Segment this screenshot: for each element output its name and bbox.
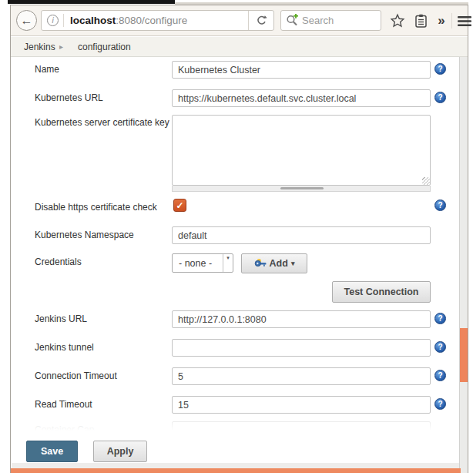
config-form: Name ? Kubernetes URL ? Kubernetes serve… [11,57,468,473]
checkmark-icon: ✓ [176,200,183,211]
resize-grip-icon [280,187,324,189]
back-icon: ← [21,14,33,27]
disable-https-checkbox[interactable]: ✓ [173,199,186,212]
credentials-selected-value: - none - [179,258,212,269]
scrollbar-thumb[interactable] [460,328,468,382]
help-icon[interactable]: ? [434,341,446,353]
help-icon[interactable]: ? [434,370,446,381]
search-input[interactable] [302,15,367,26]
save-button[interactable]: Save [26,441,78,462]
bottom-orange-bar [11,468,461,473]
help-icon[interactable]: ? [434,199,446,211]
back-button[interactable]: ← [16,10,37,31]
credentials-select[interactable]: - none - ▾ [172,253,233,273]
breadcrumb-configuration[interactable]: configuration [78,42,131,52]
site-info-icon[interactable]: i [47,15,59,26]
bookmarks-menu-button[interactable] [411,5,431,36]
jenkins-tunnel-input[interactable] [172,339,431,357]
kubernetes-url-input[interactable] [172,89,431,107]
help-icon[interactable]: ? [434,313,446,324]
caret-down-icon: ▾ [291,260,295,267]
help-icon[interactable]: ? [434,398,446,410]
label-kubernetes-namespace: Kubernetes Namespace [35,230,173,240]
jenkins-url-input[interactable] [172,310,431,328]
textarea-resize-bar[interactable] [172,186,431,192]
label-certificate-key: Kubernetes server certificate key [35,117,173,128]
label-jenkins-tunnel: Jenkins tunnel [35,342,173,353]
bottom-fade [12,413,460,445]
url-path: :8080/configure [116,15,187,26]
star-icon [390,13,405,28]
toolbar-divider [451,13,452,28]
help-icon[interactable]: ? [434,63,446,75]
label-credentials: Credentials [35,256,173,267]
add-button-label: Add [270,258,288,269]
namespace-input[interactable] [172,226,431,244]
overflow-button[interactable]: » [433,5,450,36]
label-disable-https-check: Disable https certificate check [35,202,173,213]
url-host: localhost [70,15,116,26]
read-timeout-input[interactable] [172,396,431,414]
test-connection-button[interactable]: Test Connection [332,281,431,303]
reload-icon [256,15,267,26]
divider [63,14,64,27]
select-arrow-icon: ▾ [223,254,233,272]
label-connection-timeout: Connection Timeout [35,370,173,381]
browser-toolbar: ← i localhost:8080/configure [11,5,468,36]
browser-window: ← i localhost:8080/configure [10,5,468,473]
address-bar[interactable]: i localhost:8080/configure [41,10,274,31]
hamburger-icon [457,15,472,27]
window-top-edge [8,0,175,4]
search-icon [286,14,299,27]
label-read-timeout: Read Timeout [35,399,173,410]
label-kubernetes-url: Kubernetes URL [35,92,173,103]
search-box[interactable] [280,10,381,31]
bookmark-star-button[interactable] [387,5,408,36]
key-icon [254,258,267,269]
label-name: Name [35,64,173,75]
add-credentials-button[interactable]: Add ▾ [241,253,307,273]
overflow-chevrons-icon: » [438,13,444,28]
bookmarks-clipboard-icon [414,14,428,28]
name-input[interactable] [172,61,431,79]
breadcrumb-jenkins[interactable]: Jenkins [24,42,55,52]
menu-button[interactable] [455,5,473,36]
help-icon[interactable]: ? [434,92,446,103]
breadcrumb-arrow-icon: ▸ [59,42,63,51]
connection-timeout-input[interactable] [172,367,431,385]
screenshot-root: ← i localhost:8080/configure [0,0,473,476]
label-jenkins-url: Jenkins URL [35,313,173,324]
textarea-resize-corner-icon[interactable] [422,177,430,185]
scrollbar-track[interactable] [459,57,468,473]
certificate-key-textarea[interactable] [172,115,431,186]
breadcrumb: Jenkins ▸ configuration [11,37,468,57]
apply-button[interactable]: Apply [93,441,147,462]
reload-button[interactable] [248,11,273,30]
